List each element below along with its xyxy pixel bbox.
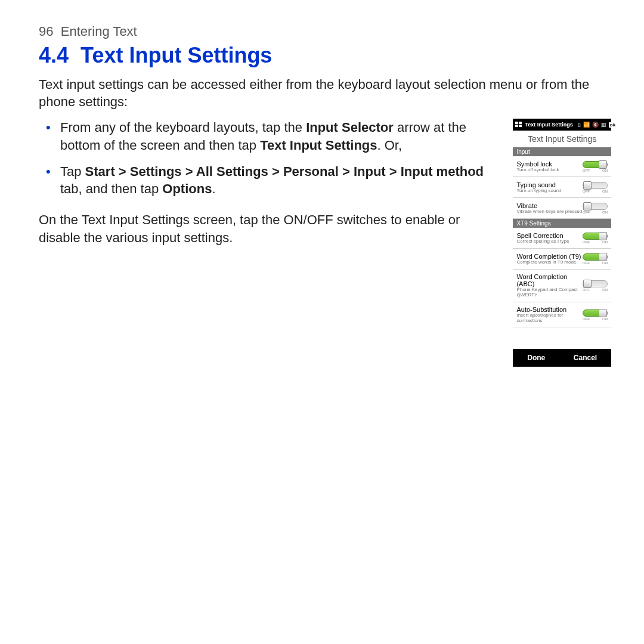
svg-rect-1 [519,122,522,124]
chapter-title: Entering Text [61,24,137,39]
ok-button[interactable]: ok [609,122,617,128]
section-heading: 4.4 Text Input Settings [39,43,611,68]
bullet-2: Tap Start > Settings > All Settings > Pe… [39,163,496,198]
toggle-auto-substitution[interactable]: OFFON [583,308,608,321]
toggle-word-completion-t9[interactable]: OFFON [583,252,608,265]
toggle-spell-correction[interactable]: OFFON [583,231,608,244]
edge-icon: ▯ [578,122,581,128]
row-vibrate[interactable]: Vibrate Vibrate when keys are pressed OF… [513,198,611,219]
row-title: Symbol lock [516,160,583,168]
windows-start-icon[interactable] [515,121,522,128]
page-number: 96 [39,24,53,39]
statusbar-title: Text Input Settings [525,122,572,128]
row-symbol-lock[interactable]: Symbol lock Turn off symbol lock OFFON [513,156,611,177]
speaker-icon: 🔇 [592,122,599,128]
row-word-completion-abc[interactable]: Word Completion (ABC) Phone Keypad and C… [513,270,611,302]
battery-icon: ▥ [601,122,606,128]
toggle-typing-sound[interactable]: OFFON [583,181,608,194]
row-spell-correction[interactable]: Spell Correction Correct spelling as I t… [513,228,611,249]
toggle-word-completion-abc[interactable]: OFFON [583,279,608,292]
phone-softkey-bar: Done Cancel [513,349,611,367]
section-header-input: Input [513,147,611,156]
section-number: 4.4 [39,43,69,67]
section-header-xt9: XT9 Settings [513,219,611,228]
toggle-symbol-lock[interactable]: OFFON [583,160,608,173]
phone-statusbar: Text Input Settings ▯ 📶 🔇 ▥ ok [513,119,611,131]
softkey-done[interactable]: Done [527,354,545,362]
intro-paragraph: Text input settings can be accessed eith… [39,76,611,110]
bullet-1: From any of the keyboard layouts, tap th… [39,119,496,154]
running-header: 96 Entering Text [39,24,611,39]
toggle-vibrate[interactable]: OFFON [583,202,608,215]
row-word-completion-t9[interactable]: Word Completion (T9) Complete words in T… [513,249,611,270]
svg-rect-3 [519,125,522,127]
row-auto-substitution[interactable]: Auto-Substitution Insert apostrophes for… [513,302,611,328]
svg-rect-2 [515,125,518,127]
screen-title: Text Input Settings [513,131,611,147]
phone-blank-area [513,327,611,349]
signal-icon: 📶 [583,122,590,128]
row-desc: Turn off symbol lock [516,168,583,173]
row-typing-sound[interactable]: Typing sound Turn on typing sound OFFON [513,177,611,198]
svg-rect-0 [515,122,518,124]
section-title: Text Input Settings [80,43,272,67]
phone-screenshot: Text Input Settings ▯ 📶 🔇 ▥ ok Text Inpu… [513,119,611,367]
after-list-paragraph: On the Text Input Settings screen, tap t… [39,211,496,246]
softkey-cancel[interactable]: Cancel [574,354,597,362]
